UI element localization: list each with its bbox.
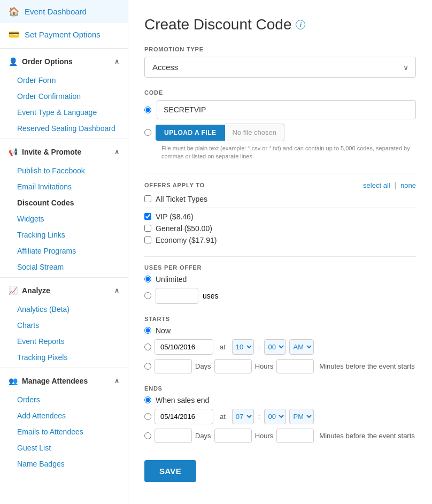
sidebar-item-add-attendees[interactable]: Add Attendees: [0, 408, 128, 424]
ends-when-sales-end-radio[interactable]: [144, 396, 151, 403]
economy-checkbox[interactable]: [144, 236, 151, 243]
sidebar-item-publish-facebook[interactable]: Publish to Facebook: [0, 163, 128, 179]
ends-hour-select[interactable]: 070102030405060809101112: [232, 409, 254, 424]
ends-when-sales-end-row: When sales end: [144, 396, 416, 404]
unlimited-radio[interactable]: [144, 276, 151, 282]
starts-hours-input[interactable]: [214, 359, 252, 373]
sidebar-item-event-type-language[interactable]: Event Type & Language: [0, 104, 128, 120]
sidebar-item-name-badges[interactable]: Name Badges: [0, 456, 128, 472]
ends-date-input[interactable]: [155, 409, 213, 424]
offers-header: OFFERS APPLY TO select all | none: [144, 181, 416, 189]
info-icon[interactable]: i: [296, 20, 305, 29]
code-upload-radio[interactable]: [144, 129, 151, 136]
starts-date-radio[interactable]: [144, 343, 151, 350]
ends-date-radio[interactable]: [144, 413, 151, 420]
promotion-type-select[interactable]: Access Discount Free: [144, 57, 416, 78]
economy-label[interactable]: Economy ($17.91): [156, 236, 217, 245]
ends-relative-radio[interactable]: [144, 432, 151, 439]
ends-when-sales-end-label[interactable]: When sales end: [156, 396, 209, 404]
sidebar-item-tracking-links[interactable]: Tracking Links: [0, 227, 128, 243]
code-manual-radio[interactable]: [144, 106, 151, 113]
sidebar-item-tracking-pixels[interactable]: Tracking Pixels: [0, 349, 128, 365]
page-title: Create Discount Code i: [144, 16, 416, 33]
save-button[interactable]: SAVE: [144, 460, 196, 482]
uses-count-input[interactable]: [156, 288, 198, 304]
starts-ampm-select[interactable]: AMPM: [289, 339, 314, 355]
code-label: CODE: [144, 89, 416, 96]
sidebar-item-order-confirmation[interactable]: Order Confirmation: [0, 88, 128, 104]
chevron-up-icon: ∧: [114, 58, 119, 65]
ends-days-input[interactable]: [155, 429, 192, 443]
unlimited-label[interactable]: Unlimited: [156, 275, 187, 284]
all-ticket-types-row: All Ticket Types: [144, 195, 416, 203]
all-ticket-types-checkbox[interactable]: [144, 195, 151, 202]
starts-now-row: Now: [144, 326, 416, 335]
starts-now-label[interactable]: Now: [156, 326, 171, 335]
starts-date-input[interactable]: [155, 339, 213, 355]
economy-ticket-row: Economy ($17.91): [144, 236, 416, 245]
starts-hours-label: Hours: [255, 362, 274, 370]
code-manual-row: [144, 100, 416, 119]
sidebar-item-analytics-beta[interactable]: Analytics (Beta): [0, 301, 128, 317]
analyze-icon: 📈: [9, 286, 18, 295]
none-link[interactable]: none: [400, 181, 416, 189]
sidebar-item-set-payment-options[interactable]: 💳 Set Payment Options: [0, 23, 128, 46]
chevron-up-icon-2: ∧: [114, 148, 119, 156]
all-ticket-types-label[interactable]: All Ticket Types: [156, 195, 207, 203]
sidebar-section-analyze[interactable]: 📈 Analyze ∧: [0, 280, 128, 301]
uses-per-offer-section: USES PER OFFER Unlimited uses: [144, 264, 416, 304]
starts-minute-select[interactable]: 00153045: [264, 339, 286, 355]
starts-section: STARTS Now at 100102030405060708091112 :…: [144, 316, 416, 373]
sidebar-item-discount-codes[interactable]: Discount Codes: [0, 195, 128, 211]
offers-apply-to-label: OFFERS APPLY TO: [144, 182, 205, 188]
ends-days-label: Days: [195, 432, 211, 440]
starts-now-radio[interactable]: [144, 327, 151, 334]
sidebar-item-guest-list[interactable]: Guest List: [0, 440, 128, 456]
uses-per-offer-label: USES PER OFFER: [144, 264, 416, 271]
ends-minutes-input[interactable]: [276, 429, 314, 443]
sidebar-item-widgets[interactable]: Widgets: [0, 211, 128, 227]
sidebar-item-orders[interactable]: Orders: [0, 392, 128, 408]
starts-hour-select[interactable]: 100102030405060708091112: [232, 339, 254, 355]
sidebar-item-event-reports[interactable]: Event Reports: [0, 333, 128, 349]
sidebar-item-charts[interactable]: Charts: [0, 317, 128, 333]
chevron-up-icon-4: ∧: [114, 377, 119, 385]
vip-checkbox[interactable]: [144, 213, 151, 220]
ends-hours-input[interactable]: [214, 429, 252, 443]
offers-links: select all | none: [363, 181, 416, 189]
limited-uses-radio[interactable]: [144, 292, 151, 299]
code-upload-row: UPLOAD A FILE No file chosen: [144, 124, 416, 141]
file-chosen-label: No file chosen: [225, 124, 284, 141]
ends-relative-row: Days Hours Minutes before the event star…: [144, 429, 416, 443]
sidebar-item-emails-to-attendees[interactable]: Emails to Attendees: [0, 424, 128, 440]
sidebar-item-event-dashboard[interactable]: 🏠 Event Dashboard: [0, 0, 128, 23]
starts-days-input[interactable]: [155, 359, 192, 373]
ends-minute-select[interactable]: 00153045: [264, 409, 286, 424]
home-icon: 🏠: [9, 6, 19, 17]
starts-relative-radio[interactable]: [144, 363, 151, 370]
vip-label[interactable]: VIP ($8.46): [156, 212, 194, 221]
uses-label: uses: [203, 292, 219, 300]
sidebar-section-order-options[interactable]: 👤 Order Options ∧: [0, 51, 128, 72]
starts-minutes-input[interactable]: [276, 359, 314, 373]
promotion-type-label: PROMOTION TYPE: [144, 46, 416, 52]
sidebar-item-order-form[interactable]: Order Form: [0, 72, 128, 88]
starts-label: STARTS: [144, 316, 416, 322]
sidebar-item-reserved-seating[interactable]: Reserved Seating Dashboard: [0, 120, 128, 136]
unlimited-row: Unlimited: [144, 275, 416, 284]
ends-ampm-select[interactable]: PMAM: [289, 409, 314, 424]
invite-promote-icon: 📢: [9, 148, 18, 156]
select-all-link[interactable]: select all: [363, 181, 390, 189]
vip-ticket-row: VIP ($8.46): [144, 212, 416, 221]
sidebar-item-email-invitations[interactable]: Email Invitations: [0, 179, 128, 195]
manage-attendees-icon: 👥: [9, 377, 18, 385]
sidebar-section-manage-attendees[interactable]: 👥 Manage Attendees ∧: [0, 370, 128, 392]
sidebar-item-social-stream[interactable]: Social Stream: [0, 259, 128, 275]
sidebar-item-affiliate-programs[interactable]: Affiliate Programs: [0, 243, 128, 259]
general-label[interactable]: General ($50.00): [156, 224, 212, 233]
starts-date-row: at 100102030405060708091112 : 00153045 A…: [144, 339, 416, 355]
upload-file-button[interactable]: UPLOAD A FILE: [156, 125, 225, 141]
general-checkbox[interactable]: [144, 225, 151, 232]
sidebar-section-invite-promote[interactable]: 📢 Invite & Promote ∧: [0, 141, 128, 163]
code-input[interactable]: [157, 100, 416, 119]
